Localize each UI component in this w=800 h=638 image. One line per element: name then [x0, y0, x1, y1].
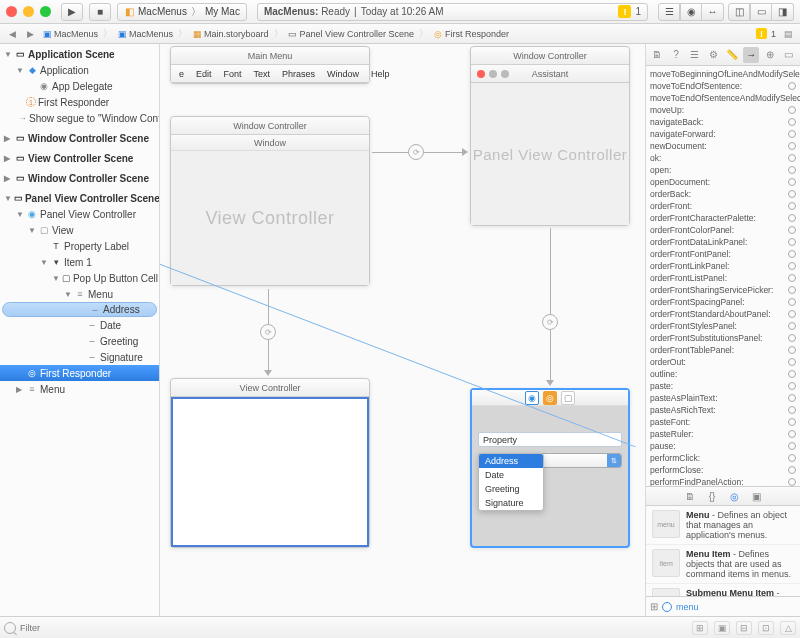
- connections-inspector-tab[interactable]: →: [743, 47, 759, 63]
- inspector-tabs[interactable]: 🗎 ? ☰ ⚙ 📏 → ⊕ ▭: [646, 44, 800, 66]
- object-library-list[interactable]: menuMenu - Defines an object that manage…: [646, 506, 800, 596]
- action-row[interactable]: moveToEndOfSentenceAndModifySelection:: [650, 92, 800, 104]
- code-snippet-library-tab[interactable]: {}: [705, 489, 719, 503]
- version-editor-button[interactable]: ↔: [702, 3, 724, 21]
- action-row[interactable]: ok:: [650, 152, 800, 164]
- forward-button[interactable]: ▶: [22, 27, 38, 41]
- scene-panel-vc[interactable]: ▼▭Panel View Controller Scene: [0, 190, 159, 206]
- connection-outlet[interactable]: [788, 358, 796, 366]
- outline-menu-date[interactable]: –Date: [0, 317, 159, 333]
- scheme-selector[interactable]: ◧ MacMenus 〉 My Mac: [117, 3, 247, 21]
- connection-outlet[interactable]: [788, 142, 796, 150]
- zoom-window[interactable]: [40, 6, 51, 17]
- toggle-navigator-button[interactable]: ◫: [728, 3, 750, 21]
- action-row[interactable]: pasteAsPlainText:: [650, 392, 800, 404]
- action-row[interactable]: moveToBeginningOfLineAndModifySelec...: [650, 68, 800, 80]
- segue-icon[interactable]: ⟳: [408, 144, 424, 160]
- action-row[interactable]: orderFrontSpacingPanel:: [650, 296, 800, 308]
- action-row[interactable]: paste:: [650, 380, 800, 392]
- library-item[interactable]: menuMenu - Defines an object that manage…: [646, 506, 800, 545]
- connection-outlet[interactable]: [788, 466, 796, 474]
- action-row[interactable]: orderFrontLinkPanel:: [650, 260, 800, 272]
- effects-inspector-tab[interactable]: ▭: [781, 47, 797, 63]
- embed-in-button[interactable]: ▣: [714, 621, 730, 635]
- action-row[interactable]: orderBack:: [650, 188, 800, 200]
- outline-show-segue[interactable]: →Show segue to "Window Controller": [0, 110, 159, 126]
- breadcrumb-item-4[interactable]: ◎First Responder: [431, 29, 511, 39]
- vc-icon[interactable]: ◉: [525, 391, 539, 405]
- connection-outlet[interactable]: [788, 298, 796, 306]
- scene-view-controller-left[interactable]: View Controller: [170, 378, 370, 548]
- identity-inspector-tab[interactable]: ☰: [687, 47, 703, 63]
- connection-outlet[interactable]: [788, 226, 796, 234]
- connection-outlet[interactable]: [788, 406, 796, 414]
- any-size-class-button[interactable]: ⊞: [692, 621, 708, 635]
- connection-outlet[interactable]: [788, 454, 796, 462]
- connection-outlet[interactable]: [788, 346, 796, 354]
- stop-button[interactable]: ■: [89, 3, 111, 21]
- connection-outlet[interactable]: [788, 238, 796, 246]
- connection-outlet[interactable]: [788, 286, 796, 294]
- library-filter-input[interactable]: [676, 602, 796, 612]
- action-row[interactable]: open:: [650, 164, 800, 176]
- connection-outlet[interactable]: [788, 130, 796, 138]
- action-row[interactable]: orderFrontCharacterPalette:: [650, 212, 800, 224]
- object-library-tab[interactable]: ◎: [727, 489, 741, 503]
- action-row[interactable]: orderFrontStylesPanel:: [650, 320, 800, 332]
- menu-bar[interactable]: e Edit Font Text Phrases Window Help: [171, 65, 369, 83]
- action-row[interactable]: orderFrontSubstitutionsPanel:: [650, 332, 800, 344]
- attributes-inspector-tab[interactable]: ⚙: [706, 47, 722, 63]
- file-template-library-tab[interactable]: 🗎: [683, 489, 697, 503]
- exit-icon[interactable]: ▢: [561, 391, 575, 405]
- action-row[interactable]: pasteAsRichText:: [650, 404, 800, 416]
- action-row[interactable]: openDocument:: [650, 176, 800, 188]
- connection-outlet[interactable]: [788, 442, 796, 450]
- first-responder-icon[interactable]: ◎: [543, 391, 557, 405]
- outline-toggle[interactable]: ▤: [780, 27, 796, 41]
- connection-outlet[interactable]: [788, 334, 796, 342]
- outline-menu-address[interactable]: –Address: [2, 302, 157, 317]
- action-row[interactable]: moveToEndOfSentence:: [650, 80, 800, 92]
- outline-item1[interactable]: ▼▾Item 1: [0, 254, 159, 270]
- connection-outlet[interactable]: [788, 310, 796, 318]
- action-row[interactable]: orderFrontTablePanel:: [650, 344, 800, 356]
- view-placeholder[interactable]: [171, 397, 369, 547]
- window-traffic-lights[interactable]: [6, 6, 51, 17]
- breadcrumb-item-2[interactable]: ▦Main.storyboard: [190, 29, 271, 39]
- scene-window-controller-left[interactable]: Window Controller Window View Controller: [170, 116, 370, 286]
- popup-item-address[interactable]: Address: [479, 454, 543, 468]
- back-button[interactable]: ◀: [4, 27, 20, 41]
- jump-bar[interactable]: ◀ ▶ ▣MacMenus 〉 ▣MacMenus 〉 ▦Main.storyb…: [0, 24, 800, 44]
- library-tabs[interactable]: 🗎 {} ◎ ▣: [646, 486, 800, 506]
- outline-filter-input[interactable]: [20, 623, 100, 633]
- action-row[interactable]: navigateBack:: [650, 116, 800, 128]
- breadcrumb-item-1[interactable]: ▣MacMenus: [115, 29, 175, 39]
- outline-menu-2[interactable]: ▶≡Menu: [0, 381, 159, 397]
- popup-item-signature[interactable]: Signature: [479, 496, 543, 510]
- action-row[interactable]: orderFrontFontPanel:: [650, 248, 800, 260]
- scene-view-controller[interactable]: ▶▭View Controller Scene: [0, 150, 159, 166]
- help-inspector-tab[interactable]: ?: [668, 47, 684, 63]
- action-row[interactable]: orderFront:: [650, 200, 800, 212]
- breadcrumb-item-3[interactable]: ▭Panel View Controller Scene: [286, 29, 416, 39]
- action-row[interactable]: newDocument:: [650, 140, 800, 152]
- connection-outlet[interactable]: [788, 274, 796, 282]
- outline-popup-cell[interactable]: ▼▢Pop Up Button Cell: [0, 270, 159, 286]
- action-row[interactable]: orderFrontSharingServicePicker:: [650, 284, 800, 296]
- document-outline[interactable]: ▼▭Application Scene ▼◆Application ◉App D…: [0, 44, 160, 616]
- outline-first-responder-selected[interactable]: ◎First Responder: [0, 365, 159, 381]
- action-row[interactable]: orderFrontDataLinkPanel:: [650, 236, 800, 248]
- pin-button[interactable]: ⊡: [758, 621, 774, 635]
- outline-menu-greeting[interactable]: –Greeting: [0, 333, 159, 349]
- library-item[interactable]: ItemMenu Item - Defines objects that are…: [646, 545, 800, 584]
- connection-outlet[interactable]: [788, 190, 796, 198]
- action-row[interactable]: pasteRuler:: [650, 428, 800, 440]
- grid-view-toggle[interactable]: ⊞: [650, 601, 658, 612]
- assistant-editor-button[interactable]: ◉: [680, 3, 702, 21]
- action-row[interactable]: orderFrontListPanel:: [650, 272, 800, 284]
- scene-window-controller-right[interactable]: Window Controller Assistant Panel View C…: [470, 46, 630, 226]
- connection-outlet[interactable]: [788, 262, 796, 270]
- warning-badge[interactable]: !: [618, 5, 631, 18]
- action-row[interactable]: orderOut:: [650, 356, 800, 368]
- connection-outlet[interactable]: [788, 202, 796, 210]
